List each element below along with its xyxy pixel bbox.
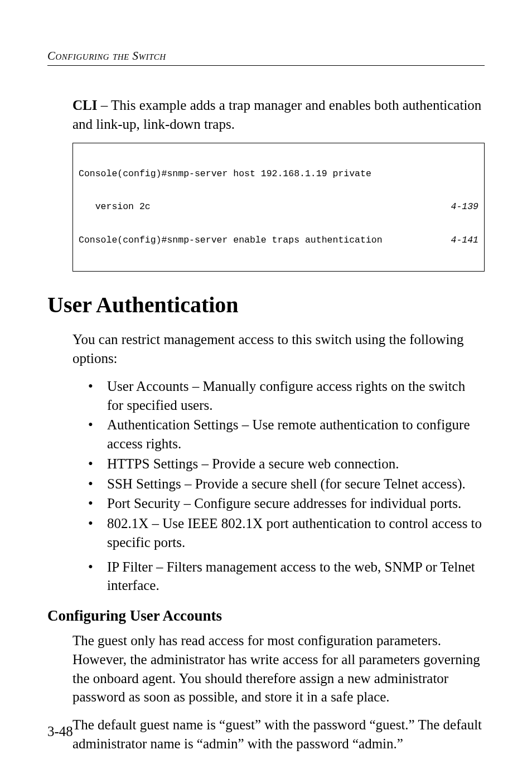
intro-rest: – This example adds a trap manager and e… [72,98,481,132]
code-line-3: Console(config)#snmp-server enable traps… [79,235,478,246]
cli-bold: CLI [72,98,97,113]
intro-paragraph: CLI – This example adds a trap manager a… [72,96,485,134]
options-list: User Accounts – Manually configure acces… [88,377,485,595]
subsection-paragraph-2: The default guest name is “guest” with t… [72,715,485,753]
code-line-1: Console(config)#snmp-server host 192.168… [79,168,478,180]
code-text: Console(config)#snmp-server host 192.168… [79,168,371,180]
section-title: User Authentication [47,292,485,318]
section-intro: You can restrict management access to th… [72,330,485,368]
page-header: Configuring the Switch [47,49,485,66]
code-page-ref: 4-141 [451,235,478,246]
list-item: User Accounts – Manually configure acces… [88,377,485,415]
code-line-2: version 2c 4-139 [79,201,478,212]
list-item: IP Filter – Filters management access to… [88,558,485,596]
code-text: version 2c [79,201,151,212]
running-head-text: Configuring the Switch [47,49,166,62]
page-content: CLI – This example adds a trap manager a… [47,96,485,753]
subsection-title: Configuring User Accounts [47,607,485,625]
list-item: HTTPS Settings – Provide a secure web co… [88,454,485,473]
code-page-ref: 4-139 [451,201,478,212]
list-item: 802.1X – Use IEEE 802.1X port authentica… [88,514,485,552]
code-text: Console(config)#snmp-server enable traps… [79,235,383,246]
list-item: Port Security – Configure secure address… [88,494,485,513]
list-item: Authentication Settings – Use remote aut… [88,415,485,453]
subsection-paragraph-1: The guest only has read access for most … [72,631,485,707]
list-item: SSH Settings – Provide a secure shell (f… [88,475,485,494]
cli-code-block: Console(config)#snmp-server host 192.168… [72,143,485,272]
page-number: 3-48 [47,724,73,739]
